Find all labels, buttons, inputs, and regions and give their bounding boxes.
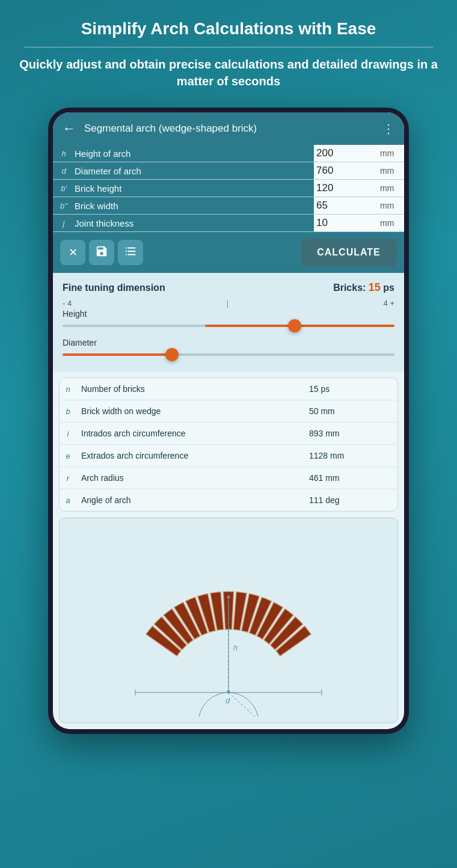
slider-scale: - 4 | 4 + — [63, 299, 394, 308]
diameter-slider-thumb[interactable] — [165, 348, 179, 361]
svg-text:d: d — [225, 696, 230, 705]
result-label: Number of bricks — [76, 378, 302, 400]
input-row: h Height of arch mm — [53, 145, 404, 162]
results-table: n Number of bricks 15 ps b Brick width o… — [60, 378, 397, 511]
result-label: Arch radius — [76, 467, 302, 489]
row-label: Diameter of arch — [75, 162, 314, 180]
bricks-number: 15 — [369, 281, 381, 293]
height-slider-track — [63, 325, 394, 327]
bricks-count: Bricks: 15 ps — [333, 281, 394, 294]
result-label: Brick width on wedge — [76, 400, 302, 423]
diameter-slider-container[interactable] — [63, 349, 394, 361]
row-label: Joint thickness — [75, 215, 314, 232]
height-slider-label: Height — [63, 309, 394, 319]
app-bar-title: Segmental arch (wedge-shaped brick) — [84, 123, 374, 135]
row-input[interactable] — [314, 215, 380, 231]
phone-screen: ← Segmental arch (wedge-shaped brick) ⋮ … — [53, 112, 404, 729]
result-label: Intrados arch circumference — [76, 423, 302, 445]
fine-tuning-label: Fine tuning dimension — [63, 283, 165, 293]
save-icon — [95, 245, 108, 261]
row-value-cell[interactable] — [314, 215, 380, 232]
input-table: h Height of arch mm d Diameter of arch m… — [53, 145, 404, 232]
result-value: 15 ps — [302, 378, 397, 400]
result-label: Angle of arch — [76, 489, 302, 512]
header-divider — [24, 47, 433, 47]
phone-frame: ← Segmental arch (wedge-shaped brick) ⋮ … — [48, 108, 409, 734]
row-input[interactable] — [314, 145, 380, 162]
result-value: 50 mm — [302, 400, 397, 423]
result-row: n Number of bricks 15 ps — [60, 378, 397, 400]
input-row: j Joint thickness mm — [53, 215, 404, 232]
cancel-icon: ✕ — [69, 246, 78, 259]
row-symbol: b' — [53, 180, 75, 197]
list-icon — [124, 245, 137, 261]
arch-diagram: h d r a — [66, 524, 391, 717]
scale-max: 4 + — [384, 299, 394, 308]
row-value-cell[interactable] — [314, 180, 380, 197]
toolbar: ✕ CALCULATE — [53, 232, 404, 273]
diameter-slider-fill — [63, 353, 172, 356]
result-value: 893 mm — [302, 423, 397, 445]
diameter-slider-track — [63, 353, 394, 356]
page-title: Simplify Arch Calculations with Ease — [81, 18, 376, 40]
row-unit: mm — [380, 215, 404, 232]
result-value: 111 deg — [302, 489, 397, 512]
result-value: 1128 mm — [302, 445, 397, 467]
svg-text:h: h — [233, 643, 238, 652]
menu-button[interactable]: ⋮ — [382, 121, 394, 136]
row-label: Brick height — [75, 180, 314, 197]
input-row: d Diameter of arch mm — [53, 162, 404, 180]
row-value-cell[interactable] — [314, 162, 380, 180]
row-unit: mm — [380, 180, 404, 197]
result-value: 461 mm — [302, 467, 397, 489]
row-input[interactable] — [314, 162, 380, 179]
result-label: Extrados arch circumference — [76, 445, 302, 467]
result-symbol: i — [60, 423, 76, 445]
app-bar: ← Segmental arch (wedge-shaped brick) ⋮ — [53, 112, 404, 145]
list-button[interactable] — [118, 240, 143, 265]
row-input[interactable] — [314, 197, 380, 214]
back-button[interactable]: ← — [63, 121, 76, 136]
result-row: b Brick width on wedge 50 mm — [60, 400, 397, 423]
row-value-cell[interactable] — [314, 197, 380, 215]
result-symbol: b — [60, 400, 76, 423]
row-symbol: h — [53, 145, 75, 162]
fine-tuning-section: Fine tuning dimension Bricks: 15 ps - 4 … — [53, 273, 404, 371]
arch-drawing-section: h d r a — [59, 518, 398, 723]
result-symbol: r — [60, 467, 76, 489]
result-symbol: a — [60, 489, 76, 512]
result-row: a Angle of arch 111 deg — [60, 489, 397, 512]
scale-mid: | — [227, 299, 228, 308]
row-symbol: b" — [53, 197, 75, 215]
results-section: n Number of bricks 15 ps b Brick width o… — [59, 377, 398, 512]
row-unit: mm — [380, 197, 404, 215]
input-row: b" Brick width mm — [53, 197, 404, 215]
diameter-slider-row: Diameter — [63, 338, 394, 361]
result-row: i Intrados arch circumference 893 mm — [60, 423, 397, 445]
result-row: r Arch radius 461 mm — [60, 467, 397, 489]
height-slider-row: Height — [63, 309, 394, 332]
height-slider-thumb[interactable] — [288, 319, 301, 332]
save-button[interactable] — [89, 240, 114, 265]
row-unit: mm — [380, 162, 404, 180]
cancel-button[interactable]: ✕ — [60, 240, 85, 265]
calculate-button[interactable]: CALCULATE — [301, 238, 397, 267]
result-symbol: n — [60, 378, 76, 400]
row-label: Brick width — [75, 197, 314, 215]
scale-min: - 4 — [63, 299, 72, 308]
height-slider-container[interactable] — [63, 320, 394, 332]
header-subtitle: Quickly adjust and obtain precise calcul… — [12, 56, 445, 90]
result-symbol: e — [60, 445, 76, 467]
row-label: Height of arch — [75, 145, 314, 162]
row-symbol: d — [53, 162, 75, 180]
row-input[interactable] — [314, 180, 380, 197]
diameter-slider-label: Diameter — [63, 338, 394, 347]
result-row: e Extrados arch circumference 1128 mm — [60, 445, 397, 467]
input-row: b' Brick height mm — [53, 180, 404, 197]
row-unit: mm — [380, 145, 404, 162]
row-symbol: j — [53, 215, 75, 232]
row-value-cell[interactable] — [314, 145, 380, 162]
